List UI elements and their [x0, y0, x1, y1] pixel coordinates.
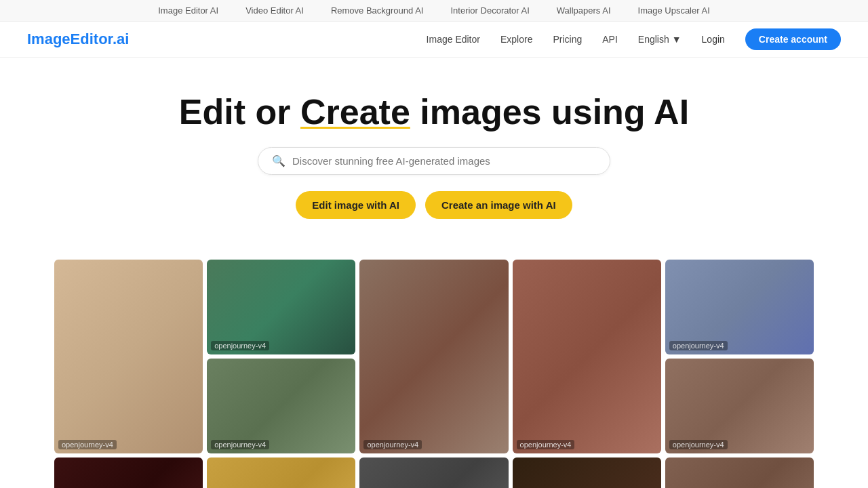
- hero-title: Edit or Create images using AI: [14, 92, 854, 132]
- gallery-item[interactable]: openjourney-v4: [359, 260, 508, 453]
- edit-image-button[interactable]: Edit image with AI: [296, 191, 416, 219]
- gallery-item[interactable]: openjourney-v4: [513, 458, 661, 488]
- topbar-link-video-editor[interactable]: Video Editor AI: [245, 5, 304, 16]
- gallery-item-label: openjourney-v4: [363, 440, 422, 449]
- gallery-item[interactable]: openjourney-v4: [665, 359, 814, 453]
- chevron-down-icon: ▼: [672, 34, 682, 45]
- create-account-button[interactable]: Create account: [745, 28, 841, 50]
- gallery-item-label: openjourney-v4: [58, 440, 117, 449]
- hero-section: Edit or Create images using AI 🔍 Edit im…: [0, 58, 868, 260]
- gallery-item[interactable]: openjourney-v4: [665, 260, 814, 354]
- topbar-link-image-editor[interactable]: Image Editor AI: [158, 5, 218, 16]
- top-bar: Image Editor AI Video Editor AI Remove B…: [0, 0, 868, 22]
- gallery-item[interactable]: openjourney-v4: [207, 458, 355, 488]
- gallery-item-label: openjourney-v4: [517, 440, 575, 449]
- gallery-item[interactable]: openjourney-v4: [54, 260, 203, 453]
- topbar-link-wallpapers[interactable]: Wallpapers AI: [557, 5, 611, 16]
- gallery-item[interactable]: openjourney-v4: [359, 458, 508, 488]
- search-input[interactable]: [292, 155, 596, 167]
- login-button[interactable]: Login: [702, 34, 725, 45]
- search-bar: 🔍: [258, 147, 610, 175]
- gallery-item[interactable]: openjourney-v4: [207, 260, 355, 354]
- gallery-item-label: openjourney-v4: [211, 341, 269, 350]
- nav-api[interactable]: API: [602, 34, 618, 45]
- gallery-item[interactable]: openjourney-v4: [207, 359, 355, 453]
- hero-title-create: Create: [300, 92, 410, 131]
- gallery-item-label: openjourney-v4: [669, 440, 728, 449]
- gallery-item[interactable]: openjourney-v4: [513, 260, 661, 453]
- gallery-item[interactable]: openjourney-v4: [54, 458, 203, 488]
- logo[interactable]: ImageEditor.ai: [27, 30, 129, 48]
- main-nav: ImageEditor.ai Image Editor Explore Pric…: [0, 22, 868, 58]
- topbar-link-remove-bg[interactable]: Remove Background AI: [331, 5, 424, 16]
- nav-image-editor[interactable]: Image Editor: [427, 34, 480, 45]
- topbar-link-interior[interactable]: Interior Decorator AI: [450, 5, 529, 16]
- topbar-link-upscaler[interactable]: Image Upscaler AI: [638, 5, 710, 16]
- search-icon: 🔍: [272, 155, 285, 167]
- nav-explore[interactable]: Explore: [500, 34, 532, 45]
- hero-title-part1: Edit or: [179, 92, 300, 131]
- nav-pricing[interactable]: Pricing: [553, 34, 582, 45]
- gallery-item-label: openjourney-v4: [669, 341, 728, 350]
- gallery-item-label: openjourney-v4: [211, 440, 269, 449]
- gallery-item[interactable]: openjourney-v4: [665, 458, 814, 488]
- hero-title-part2: images using AI: [410, 92, 689, 131]
- cta-row: Edit image with AI Create an image with …: [14, 191, 854, 219]
- create-image-button[interactable]: Create an image with AI: [425, 191, 572, 219]
- language-selector[interactable]: English ▼: [638, 34, 682, 45]
- gallery: openjourney-v4openjourney-v4openjourney-…: [0, 260, 868, 488]
